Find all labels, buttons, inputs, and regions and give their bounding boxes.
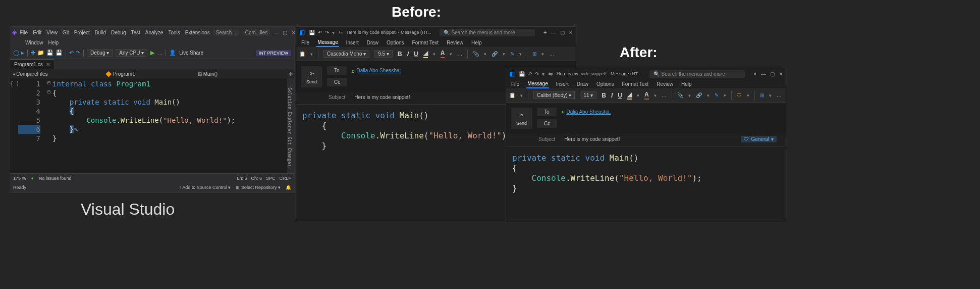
font-dropdown[interactable]: Cascadia Mono ▾ — [323, 50, 369, 58]
bold-button[interactable]: B — [398, 51, 402, 58]
vs-side-panel[interactable]: Solution Explorer Git Changes — [287, 78, 294, 173]
maximize-icon[interactable]: ▢ — [560, 30, 565, 35]
send-button[interactable]: ➣ Send — [301, 66, 322, 87]
underline-button[interactable]: U — [618, 92, 622, 99]
menu-view[interactable]: View — [46, 30, 58, 35]
nav-class[interactable]: 🔶 Program1 — [102, 71, 195, 77]
menu-file[interactable]: File — [20, 30, 28, 35]
menu-ext[interactable]: Extensions — [185, 30, 210, 35]
table-icon[interactable]: ⊞ — [532, 51, 536, 57]
search-input[interactable]: 🔍 Search the menus and more — [649, 70, 745, 78]
font-dropdown[interactable]: Calibri (Body) ▾ — [533, 91, 575, 99]
saveall-icon[interactable]: 💾 — [56, 50, 63, 56]
nav-project[interactable]: ▪ CompareFiles — [10, 71, 102, 77]
liveshare-icon[interactable]: 👤 — [169, 50, 176, 56]
tab-file[interactable]: File — [510, 80, 520, 88]
cc-button[interactable]: Cc — [537, 119, 557, 128]
tab-help[interactable]: Help — [680, 80, 693, 88]
config-dropdown[interactable]: Debug ▾ — [87, 49, 113, 57]
menu-test[interactable]: Test — [131, 30, 140, 35]
sensitivity-icon[interactable]: 🛡 — [737, 92, 742, 98]
vs-editor[interactable]: { } 1 2 3 4 5 6 7 ⊟⊟ internal class Prog… — [10, 78, 294, 173]
minimize-icon[interactable]: — — [551, 30, 556, 35]
menu-project[interactable]: Project — [74, 30, 90, 35]
add-source-control[interactable]: ↑ Add to Source Control ▾ — [179, 185, 231, 190]
maximize-icon[interactable]: ▢ — [283, 30, 287, 35]
fontsize-dropdown[interactable]: 9.5 ▾ — [374, 50, 393, 58]
split-icon[interactable]: ✚ — [287, 71, 294, 77]
redo-icon[interactable]: ↷ — [535, 71, 539, 77]
copilot-icon[interactable]: ✦ — [753, 71, 757, 77]
vs-solution-name[interactable]: Com...iles — [242, 29, 270, 36]
highlight-button[interactable]: ◢ — [423, 50, 428, 58]
menu-build[interactable]: Build — [95, 30, 106, 35]
undo-icon[interactable]: ↶ — [528, 71, 532, 77]
recipient-chip[interactable]: Dalia Abo Sheasha; — [562, 109, 611, 115]
menu-debug[interactable]: Debug — [111, 30, 126, 35]
signature-icon[interactable]: ✎ — [715, 92, 719, 98]
fontcolor-button[interactable]: A — [441, 50, 445, 58]
redo-icon[interactable]: ↷ — [76, 50, 80, 56]
tab-message[interactable]: Message — [316, 38, 339, 47]
tab-draw[interactable]: Draw — [366, 39, 379, 46]
close-icon[interactable]: ✕ — [569, 30, 573, 35]
tab-help[interactable]: Help — [470, 39, 483, 46]
liveshare-label[interactable]: Live Share — [179, 50, 203, 56]
forward-icon[interactable]: ▸ — [21, 50, 24, 56]
qat-dd-icon[interactable]: ▾ — [542, 71, 545, 77]
signature-icon[interactable]: ✎ — [510, 51, 514, 57]
editor-tab[interactable]: Program1.cs ✕ — [10, 59, 54, 69]
save-icon[interactable]: 💾 — [46, 50, 53, 56]
tab-file[interactable]: File — [300, 39, 310, 46]
notifications-icon[interactable]: 🔔 — [286, 185, 291, 190]
cc-button[interactable]: Cc — [327, 78, 347, 86]
code-area[interactable]: internal class Program1 { private static… — [52, 78, 287, 173]
paste-icon[interactable]: 📋 — [299, 51, 305, 57]
redo-icon[interactable]: ↷ — [325, 30, 329, 35]
subject-input[interactable]: Here is my code snippet! — [564, 136, 620, 142]
fontcolor-button[interactable]: A — [644, 91, 649, 100]
nav-member[interactable]: ⊞ Main() — [195, 71, 287, 77]
to-button[interactable]: To — [327, 66, 347, 75]
search-input[interactable]: 🔍 Search the menus and more — [440, 29, 535, 36]
copilot-icon[interactable]: ✦ — [543, 30, 547, 35]
zoom-level[interactable]: 175 % — [13, 176, 26, 181]
minimize-icon[interactable]: — — [761, 71, 766, 77]
back-icon[interactable]: ◯ — [13, 50, 19, 56]
italic-button[interactable]: I — [611, 92, 613, 99]
sensitivity-tag[interactable]: 🛡 General ▾ — [741, 136, 777, 142]
maximize-icon[interactable]: ▢ — [770, 71, 775, 77]
save-icon[interactable]: 💾 — [309, 30, 315, 35]
bold-button[interactable]: B — [602, 92, 606, 99]
link-icon[interactable]: 🔗 — [492, 51, 498, 57]
attach-icon[interactable]: 📎 — [677, 92, 683, 98]
tab-review[interactable]: Review — [446, 39, 464, 46]
undo-icon[interactable]: ↶ — [318, 30, 322, 35]
tab-message[interactable]: Message — [526, 80, 549, 88]
vs-search-input[interactable]: Search... — [213, 29, 239, 36]
recipient-chip[interactable]: Dalia Abo Sheasha; — [352, 68, 401, 73]
paste-icon[interactable]: 📋 — [509, 92, 515, 98]
indent-mode[interactable]: SPC — [266, 176, 276, 181]
new-icon[interactable]: ✚ — [31, 50, 35, 56]
tab-formattext[interactable]: Format Text — [621, 80, 650, 88]
underline-button[interactable]: U — [414, 51, 418, 58]
platform-dropdown[interactable]: Any CPU ▾ — [116, 49, 147, 57]
close-icon[interactable]: ✕ — [291, 30, 295, 35]
to-button[interactable]: To — [537, 108, 557, 116]
line-endings[interactable]: CRLF — [279, 176, 291, 181]
table-icon[interactable]: ⊞ — [760, 92, 764, 98]
menu-tools[interactable]: Tools — [168, 30, 180, 35]
link-icon[interactable]: 🔗 — [696, 92, 702, 98]
menu-window[interactable]: Window — [25, 40, 43, 45]
menu-analyze[interactable]: Analyze — [145, 30, 164, 35]
send-button[interactable]: ➣ Send — [511, 108, 532, 129]
mail-body[interactable]: private static void Main() { Console.Wri… — [506, 147, 786, 222]
highlight-button[interactable]: ◢ — [627, 91, 632, 100]
fontsize-dropdown[interactable]: 11 ▾ — [580, 91, 596, 99]
tab-insert[interactable]: Insert — [555, 80, 570, 88]
tab-review[interactable]: Review — [656, 80, 674, 88]
open-icon[interactable]: 📁 — [37, 50, 44, 56]
undo-icon[interactable]: ↶ — [69, 50, 74, 56]
tab-options[interactable]: Options — [386, 39, 405, 46]
